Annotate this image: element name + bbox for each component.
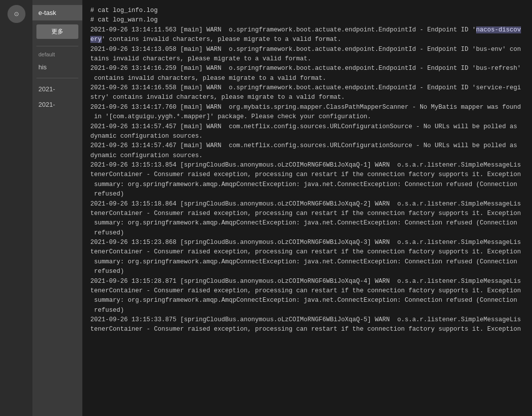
log-line-13: 2021-09-26 13:15:28.871 [springCloudBus.… bbox=[90, 277, 524, 316]
log-line-5: 2021-09-26 13:14:16.259 [main] WARN o.sp… bbox=[90, 64, 524, 83]
log-line-3: 2021-09-26 13:14:11.563 [main] WARN o.sp… bbox=[90, 25, 524, 45]
log-line-14: 2021-09-26 13:15:33.875 [springCloudBus.… bbox=[90, 315, 524, 335]
nav-panel: e-task 更多 default his 2021- 2021- bbox=[32, 0, 82, 416]
log-line-2: # cat log_warn.log bbox=[90, 15, 524, 25]
sidebar-logo: ⊙ bbox=[7, 5, 25, 23]
nav-item-task[interactable]: e-task bbox=[32, 5, 82, 20]
log-line-8: 2021-09-26 13:14:57.457 [main] WARN com.… bbox=[90, 122, 524, 142]
sidebar: ⊙ bbox=[0, 0, 32, 416]
logo-icon: ⊙ bbox=[14, 10, 19, 17]
nav-item-2021-2[interactable]: 2021- bbox=[32, 97, 82, 112]
nav-separator-1 bbox=[36, 46, 78, 46]
log-line-1: # cat log_info.log bbox=[90, 6, 524, 15]
log-line-10: 2021-09-26 13:15:13.854 [springCloudBus.… bbox=[90, 161, 524, 200]
nav-item-his[interactable]: his bbox=[32, 59, 82, 75]
log-line-7: 2021-09-26 13:14:17.760 [main] WARN org.… bbox=[90, 103, 524, 122]
main-area: e-task 更多 default his 2021- 2021- # cat … bbox=[32, 0, 532, 416]
log-line-12: 2021-09-26 13:15:23.868 [springCloudBus.… bbox=[90, 238, 524, 277]
nav-separator-2 bbox=[36, 78, 78, 78]
nav-item-2021-1[interactable]: 2021- bbox=[32, 81, 82, 97]
nav-label-default: default bbox=[32, 49, 82, 59]
highlight-nacos-discovery: nacos-discov ery bbox=[90, 26, 521, 43]
more-button[interactable]: 更多 bbox=[36, 24, 78, 39]
log-line-6: 2021-09-26 13:14:16.558 [main] WARN o.sp… bbox=[90, 83, 524, 103]
log-line-11: 2021-09-26 13:15:18.864 [springCloudBus.… bbox=[90, 200, 524, 238]
log-line-4: 2021-09-26 13:14:13.058 [main] WARN o.sp… bbox=[90, 45, 524, 64]
log-line-9: 2021-09-26 13:14:57.467 [main] WARN com.… bbox=[90, 141, 524, 161]
terminal-container[interactable]: # cat log_info.log # cat log_warn.log 20… bbox=[82, 0, 532, 416]
